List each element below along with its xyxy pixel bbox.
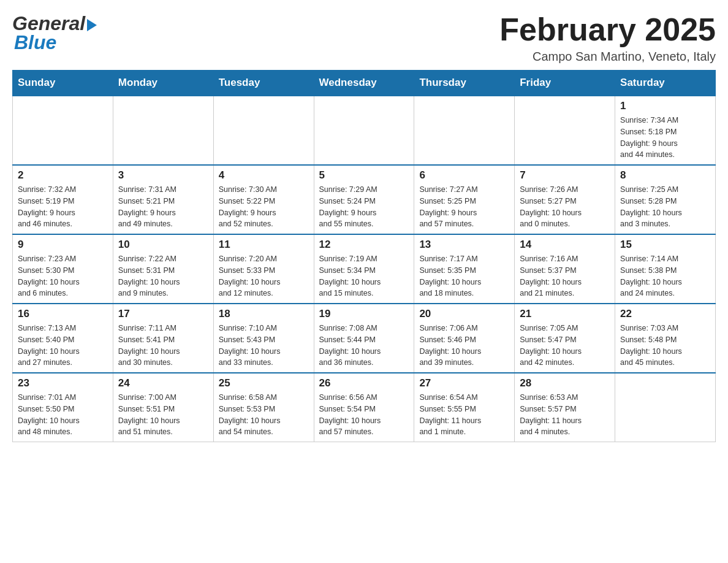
day-number: 3: [118, 169, 208, 182]
logo-blue-text: Blue: [12, 31, 97, 54]
day-of-week-header: Sunday: [13, 71, 113, 96]
calendar-day-cell: 11Sunrise: 7:20 AM Sunset: 5:33 PM Dayli…: [213, 234, 314, 304]
calendar-day-cell: 3Sunrise: 7:31 AM Sunset: 5:21 PM Daylig…: [113, 165, 213, 234]
calendar-day-cell: 25Sunrise: 6:58 AM Sunset: 5:53 PM Dayli…: [213, 373, 314, 442]
day-info: Sunrise: 7:05 AM Sunset: 5:47 PM Dayligh…: [520, 323, 610, 369]
day-of-week-header: Thursday: [414, 71, 515, 96]
day-info: Sunrise: 7:22 AM Sunset: 5:31 PM Dayligh…: [118, 253, 208, 299]
day-info: Sunrise: 7:06 AM Sunset: 5:46 PM Dayligh…: [419, 323, 509, 369]
day-info: Sunrise: 7:13 AM Sunset: 5:40 PM Dayligh…: [18, 323, 108, 369]
day-number: 21: [520, 308, 610, 320]
day-number: 8: [620, 169, 710, 182]
day-number: 14: [520, 239, 610, 251]
title-section: February 2025 Campo San Martino, Veneto,…: [499, 12, 716, 64]
calendar-day-cell: 21Sunrise: 7:05 AM Sunset: 5:47 PM Dayli…: [515, 304, 615, 373]
calendar-week-row: 2Sunrise: 7:32 AM Sunset: 5:19 PM Daylig…: [13, 165, 716, 234]
day-number: 5: [319, 169, 409, 182]
day-number: 11: [219, 239, 309, 251]
day-info: Sunrise: 7:29 AM Sunset: 5:24 PM Dayligh…: [319, 184, 409, 230]
calendar-week-row: 1Sunrise: 7:34 AM Sunset: 5:18 PM Daylig…: [13, 96, 716, 165]
day-number: 15: [620, 239, 710, 251]
day-info: Sunrise: 7:31 AM Sunset: 5:21 PM Dayligh…: [118, 184, 208, 230]
day-number: 28: [520, 377, 610, 389]
day-number: 23: [18, 377, 108, 389]
day-info: Sunrise: 7:25 AM Sunset: 5:28 PM Dayligh…: [620, 184, 710, 230]
day-of-week-header: Friday: [515, 71, 615, 96]
calendar-header-row: SundayMondayTuesdayWednesdayThursdayFrid…: [13, 71, 716, 96]
day-number: 17: [118, 308, 208, 320]
day-number: 22: [620, 308, 710, 320]
calendar-day-cell: 7Sunrise: 7:26 AM Sunset: 5:27 PM Daylig…: [515, 165, 615, 234]
day-info: Sunrise: 7:08 AM Sunset: 5:44 PM Dayligh…: [319, 323, 409, 369]
day-info: Sunrise: 7:30 AM Sunset: 5:22 PM Dayligh…: [219, 184, 309, 230]
calendar-week-row: 23Sunrise: 7:01 AM Sunset: 5:50 PM Dayli…: [13, 373, 716, 442]
calendar-day-cell: 8Sunrise: 7:25 AM Sunset: 5:28 PM Daylig…: [615, 165, 716, 234]
day-info: Sunrise: 7:27 AM Sunset: 5:25 PM Dayligh…: [419, 184, 509, 230]
day-info: Sunrise: 7:01 AM Sunset: 5:50 PM Dayligh…: [18, 392, 108, 438]
calendar-day-cell: [13, 96, 113, 165]
day-info: Sunrise: 7:11 AM Sunset: 5:41 PM Dayligh…: [118, 323, 208, 369]
calendar-table: SundayMondayTuesdayWednesdayThursdayFrid…: [12, 70, 716, 442]
calendar-day-cell: [213, 96, 314, 165]
day-number: 12: [319, 239, 409, 251]
logo-chevron-icon: [87, 19, 97, 31]
day-info: Sunrise: 6:58 AM Sunset: 5:53 PM Dayligh…: [219, 392, 309, 438]
calendar-day-cell: 9Sunrise: 7:23 AM Sunset: 5:30 PM Daylig…: [13, 234, 113, 304]
day-number: 6: [419, 169, 509, 182]
calendar-day-cell: 19Sunrise: 7:08 AM Sunset: 5:44 PM Dayli…: [314, 304, 414, 373]
calendar-day-cell: 18Sunrise: 7:10 AM Sunset: 5:43 PM Dayli…: [213, 304, 314, 373]
day-of-week-header: Wednesday: [314, 71, 414, 96]
calendar-day-cell: 22Sunrise: 7:03 AM Sunset: 5:48 PM Dayli…: [615, 304, 716, 373]
day-number: 2: [18, 169, 108, 182]
day-info: Sunrise: 7:32 AM Sunset: 5:19 PM Dayligh…: [18, 184, 108, 230]
day-of-week-header: Monday: [113, 71, 213, 96]
calendar-day-cell: 5Sunrise: 7:29 AM Sunset: 5:24 PM Daylig…: [314, 165, 414, 234]
day-info: Sunrise: 7:14 AM Sunset: 5:38 PM Dayligh…: [620, 253, 710, 299]
calendar-day-cell: 23Sunrise: 7:01 AM Sunset: 5:50 PM Dayli…: [13, 373, 113, 442]
calendar-day-cell: 6Sunrise: 7:27 AM Sunset: 5:25 PM Daylig…: [414, 165, 515, 234]
day-number: 25: [219, 377, 309, 389]
day-info: Sunrise: 7:34 AM Sunset: 5:18 PM Dayligh…: [620, 115, 710, 161]
day-info: Sunrise: 6:56 AM Sunset: 5:54 PM Dayligh…: [319, 392, 409, 438]
day-of-week-header: Tuesday: [213, 71, 314, 96]
day-info: Sunrise: 6:54 AM Sunset: 5:55 PM Dayligh…: [419, 392, 509, 438]
day-of-week-header: Saturday: [615, 71, 716, 96]
page-header: General Blue February 2025 Campo San Mar…: [12, 12, 716, 64]
calendar-week-row: 16Sunrise: 7:13 AM Sunset: 5:40 PM Dayli…: [13, 304, 716, 373]
calendar-day-cell: 12Sunrise: 7:19 AM Sunset: 5:34 PM Dayli…: [314, 234, 414, 304]
logo: General Blue: [12, 12, 97, 54]
calendar-day-cell: 16Sunrise: 7:13 AM Sunset: 5:40 PM Dayli…: [13, 304, 113, 373]
day-info: Sunrise: 7:23 AM Sunset: 5:30 PM Dayligh…: [18, 253, 108, 299]
calendar-day-cell: 13Sunrise: 7:17 AM Sunset: 5:35 PM Dayli…: [414, 234, 515, 304]
day-info: Sunrise: 7:03 AM Sunset: 5:48 PM Dayligh…: [620, 323, 710, 369]
calendar-day-cell: 1Sunrise: 7:34 AM Sunset: 5:18 PM Daylig…: [615, 96, 716, 165]
calendar-day-cell: 10Sunrise: 7:22 AM Sunset: 5:31 PM Dayli…: [113, 234, 213, 304]
calendar-day-cell: 15Sunrise: 7:14 AM Sunset: 5:38 PM Dayli…: [615, 234, 716, 304]
day-info: Sunrise: 7:17 AM Sunset: 5:35 PM Dayligh…: [419, 253, 509, 299]
calendar-day-cell: 20Sunrise: 7:06 AM Sunset: 5:46 PM Dayli…: [414, 304, 515, 373]
day-info: Sunrise: 7:19 AM Sunset: 5:34 PM Dayligh…: [319, 253, 409, 299]
day-number: 13: [419, 239, 509, 251]
day-number: 4: [219, 169, 309, 182]
day-number: 27: [419, 377, 509, 389]
calendar-day-cell: [515, 96, 615, 165]
day-number: 24: [118, 377, 208, 389]
calendar-week-row: 9Sunrise: 7:23 AM Sunset: 5:30 PM Daylig…: [13, 234, 716, 304]
day-number: 10: [118, 239, 208, 251]
calendar-day-cell: [615, 373, 716, 442]
day-info: Sunrise: 7:16 AM Sunset: 5:37 PM Dayligh…: [520, 253, 610, 299]
calendar-day-cell: 24Sunrise: 7:00 AM Sunset: 5:51 PM Dayli…: [113, 373, 213, 442]
day-number: 26: [319, 377, 409, 389]
day-number: 19: [319, 308, 409, 320]
day-info: Sunrise: 7:20 AM Sunset: 5:33 PM Dayligh…: [219, 253, 309, 299]
calendar-day-cell: 27Sunrise: 6:54 AM Sunset: 5:55 PM Dayli…: [414, 373, 515, 442]
day-number: 20: [419, 308, 509, 320]
day-info: Sunrise: 6:53 AM Sunset: 5:57 PM Dayligh…: [520, 392, 610, 438]
calendar-day-cell: 2Sunrise: 7:32 AM Sunset: 5:19 PM Daylig…: [13, 165, 113, 234]
calendar-day-cell: 17Sunrise: 7:11 AM Sunset: 5:41 PM Dayli…: [113, 304, 213, 373]
calendar-day-cell: [314, 96, 414, 165]
calendar-day-cell: 4Sunrise: 7:30 AM Sunset: 5:22 PM Daylig…: [213, 165, 314, 234]
day-number: 16: [18, 308, 108, 320]
month-title: February 2025: [499, 12, 716, 47]
day-info: Sunrise: 7:10 AM Sunset: 5:43 PM Dayligh…: [219, 323, 309, 369]
